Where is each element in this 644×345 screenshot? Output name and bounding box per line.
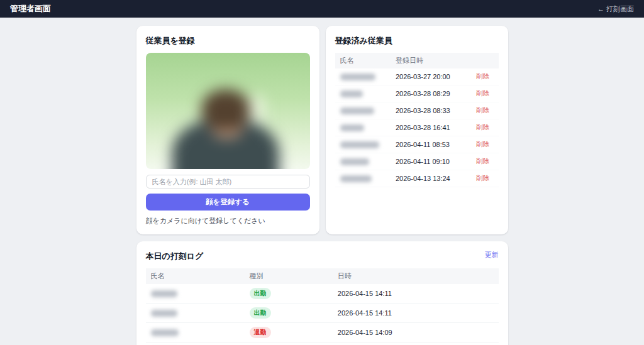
page-title: 管理者画面 [10, 3, 51, 14]
employee-name-redacted [340, 90, 363, 97]
employees-table-header-row: 氏名 登録日時 [335, 53, 499, 68]
punch-log-table: 氏名 種別 日時 出勤 2026-04-15 14:11 出勤 2026-04-… [146, 268, 499, 345]
log-row: 出勤 2026-04-15 14:09 [146, 342, 499, 345]
employees-table-body: 2026-03-27 20:00 削除 2026-03-28 08:29 削除 … [335, 68, 499, 187]
registered-employees-card: 登録済み従業員 氏名 登録日時 2026-03-27 20:00 削除 2026… [326, 26, 508, 234]
employee-row: 2026-04-11 09:10 削除 [335, 153, 499, 170]
employee-delete-link[interactable]: 削除 [477, 140, 490, 148]
name-input[interactable] [146, 175, 310, 189]
employees-table: 氏名 登録日時 2026-03-27 20:00 削除 2026-03-28 0… [335, 53, 499, 187]
employee-name-redacted [340, 74, 375, 80]
log-row: 退勤 2026-04-15 14:09 [146, 323, 499, 342]
log-row: 出勤 2026-04-15 14:11 [146, 284, 499, 304]
punch-log-card: 本日の打刻ログ 更新 氏名 種別 日時 出勤 2026-04-15 14:11 … [136, 241, 508, 345]
person-hair-shape [201, 89, 250, 131]
log-type-badge: 出勤 [250, 288, 271, 299]
col-header-log-type: 種別 [245, 268, 333, 284]
punch-log-header: 本日の打刻ログ 更新 [146, 250, 499, 268]
employee-registered-at: 2026-03-28 08:29 [391, 85, 469, 102]
camera-helper-text: 顔をカメラに向けて登録してください [146, 216, 310, 226]
employee-row: 2026-03-27 20:00 削除 [335, 68, 499, 85]
employee-name-redacted [340, 124, 364, 131]
employee-delete-link[interactable]: 削除 [477, 106, 490, 114]
employee-row: 2026-04-11 08:53 削除 [335, 136, 499, 153]
employee-row: 2026-04-13 13:24 削除 [335, 170, 499, 187]
employee-name-redacted [340, 141, 379, 148]
main-content: 従業員を登録 顔を登録する 顔をカメラに向けて登録してください 登録済み従業員 [136, 26, 508, 345]
col-header-log-name: 氏名 [146, 268, 245, 284]
camera-preview [146, 53, 310, 169]
punch-log-title: 本日の打刻ログ [146, 251, 204, 262]
employee-registered-at: 2026-03-28 16:41 [391, 119, 469, 136]
camera-blurred-scene [146, 53, 310, 169]
app-header: 管理者画面 ← 打刻画面 [0, 0, 644, 18]
log-row: 出勤 2026-04-15 14:11 [146, 304, 499, 323]
employee-registered-at: 2026-03-28 08:33 [391, 102, 469, 119]
refresh-link[interactable]: 更新 [485, 250, 499, 260]
register-card-title: 従業員を登録 [146, 35, 310, 47]
employee-delete-link[interactable]: 削除 [477, 157, 490, 165]
employee-row: 2026-03-28 08:33 削除 [335, 102, 499, 119]
employee-row: 2026-03-28 08:29 削除 [335, 85, 499, 102]
col-header-actions [469, 53, 499, 68]
employee-registered-at: 2026-04-11 08:53 [391, 136, 469, 153]
employees-card-title: 登録済み従業員 [335, 35, 499, 47]
register-employee-card: 従業員を登録 顔を登録する 顔をカメラに向けて登録してください [136, 26, 319, 234]
top-row: 従業員を登録 顔を登録する 顔をカメラに向けて登録してください 登録済み従業員 [136, 26, 508, 234]
log-name-redacted [151, 310, 177, 317]
employee-registered-at: 2026-03-27 20:00 [391, 68, 469, 85]
log-datetime: 2026-04-15 14:09 [333, 342, 499, 345]
punch-log-table-body: 出勤 2026-04-15 14:11 出勤 2026-04-15 14:11 … [146, 284, 499, 345]
employee-row: 2026-03-28 16:41 削除 [335, 119, 499, 136]
log-table-header-row: 氏名 種別 日時 [146, 268, 499, 284]
employee-registered-at: 2026-04-13 13:24 [391, 170, 469, 187]
col-header-registered-at: 登録日時 [391, 53, 469, 68]
log-datetime: 2026-04-15 14:09 [333, 323, 499, 342]
employee-delete-link[interactable]: 削除 [477, 174, 490, 182]
employee-delete-link[interactable]: 削除 [477, 89, 490, 97]
log-name-redacted [151, 329, 179, 336]
log-type-badge: 退勤 [250, 327, 271, 338]
employee-registered-at: 2026-04-11 09:10 [391, 153, 469, 170]
log-datetime: 2026-04-15 14:11 [333, 284, 499, 304]
col-header-log-datetime: 日時 [333, 268, 499, 284]
log-datetime: 2026-04-15 14:11 [333, 304, 499, 323]
log-name-redacted [151, 290, 177, 297]
register-face-button[interactable]: 顔を登録する [146, 194, 310, 211]
employee-name-redacted [340, 107, 374, 114]
employee-delete-link[interactable]: 削除 [477, 72, 490, 80]
employee-delete-link[interactable]: 削除 [477, 123, 490, 131]
punch-screen-link[interactable]: ← 打刻画面 [597, 4, 634, 14]
col-header-name: 氏名 [335, 53, 391, 68]
employee-name-redacted [340, 175, 372, 182]
log-type-badge: 出勤 [250, 307, 271, 319]
employee-name-redacted [340, 158, 369, 165]
